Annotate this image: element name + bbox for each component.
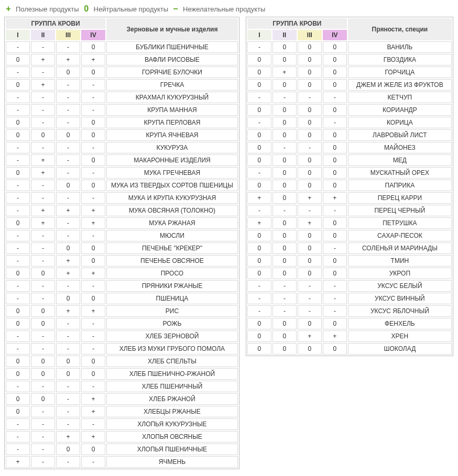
food-name: ХЛЕБ ИЗ МУКИ ГРУБОГО ПОМОЛА bbox=[106, 343, 238, 355]
value-cell: 0 bbox=[323, 217, 347, 229]
value-cell: - bbox=[81, 92, 105, 103]
header-col-I: I bbox=[247, 30, 271, 40]
food-name: ПЕРЕЦ ЧЕРНЫЙ bbox=[348, 205, 452, 216]
table-row: --00МУКА ИЗ ТВЕРДЫХ СОРТОВ ПШЕНИЦЫ bbox=[6, 180, 238, 191]
food-name: ХЛЕБ ПШЕНИЧНО-РЖАНОЙ bbox=[106, 368, 238, 380]
food-name: ПЕЧЕНЬЕ "КРЕКЕР" bbox=[106, 242, 238, 254]
food-name: МЕД bbox=[348, 154, 452, 166]
value-cell: - bbox=[31, 418, 55, 430]
value-cell: - bbox=[6, 205, 30, 216]
legend: + Полезные продукты 0 Нейтральные продук… bbox=[4, 4, 458, 14]
value-cell: - bbox=[6, 41, 30, 53]
table-row: 0000САХАР-ПЕСОК bbox=[247, 230, 452, 241]
value-cell: - bbox=[56, 167, 80, 179]
value-cell: 0 bbox=[272, 343, 297, 355]
table-row: -000МУСКАТНЫЙ ОРЕХ bbox=[247, 167, 452, 179]
value-cell: - bbox=[31, 92, 55, 103]
header-col-IV: IV bbox=[323, 30, 347, 40]
table-row: 0000ХЛЕБ ПШЕНИЧНО-РЖАНОЙ bbox=[6, 368, 238, 380]
value-cell: 0 bbox=[247, 129, 271, 141]
value-cell: - bbox=[323, 293, 347, 304]
food-name: МЮСЛИ bbox=[106, 230, 238, 241]
food-name: ДЖЕМ И ЖЕЛЕ ИЗ ФРУКТОВ bbox=[348, 79, 452, 91]
value-cell: 0 bbox=[298, 255, 322, 267]
value-cell: 0 bbox=[298, 167, 322, 179]
food-name: ХЛОПЬЯ ПШЕНИЧНЫЕ bbox=[106, 444, 238, 455]
value-cell: - bbox=[323, 242, 347, 254]
value-cell: + bbox=[81, 431, 105, 442]
value-cell: - bbox=[247, 293, 271, 304]
food-name: КОРИЦА bbox=[348, 117, 452, 128]
table-row: 000-СОЛЕНЬЯ И МАРИНАДЫ bbox=[247, 242, 452, 254]
food-name: ГОРЧИЦА bbox=[348, 67, 452, 78]
value-cell: - bbox=[56, 318, 80, 329]
value-cell: 0 bbox=[81, 242, 105, 254]
value-cell: 0 bbox=[81, 129, 105, 141]
table-row: 0000ХЛЕБ СПЕЛЬТЫ bbox=[6, 356, 238, 367]
value-cell: - bbox=[6, 242, 30, 254]
food-name: КЕТЧУП bbox=[348, 92, 452, 103]
value-cell: + bbox=[56, 54, 80, 65]
value-cell: 0 bbox=[298, 180, 322, 191]
legend-plus-label: Полезные продукты bbox=[16, 5, 79, 13]
value-cell: 0 bbox=[81, 180, 105, 191]
value-cell: 0 bbox=[323, 41, 347, 53]
value-cell: + bbox=[31, 205, 55, 216]
table-row: 0000КОРИАНДР bbox=[247, 104, 452, 116]
value-cell: - bbox=[247, 305, 271, 317]
value-cell: - bbox=[31, 293, 55, 304]
tables-container: ГРУППА КРОВИЗерновые и мучные изделияIII… bbox=[4, 17, 458, 469]
value-cell: 0 bbox=[6, 356, 30, 367]
table-row: --00ПЕЧЕНЬЕ "КРЕКЕР" bbox=[6, 242, 238, 254]
food-name: ХЛЕБЦЫ РЖАНЫЕ bbox=[106, 406, 238, 417]
value-cell: 0 bbox=[272, 318, 297, 329]
food-name: РИС bbox=[106, 305, 238, 317]
food-name: РОЖЬ bbox=[106, 318, 238, 329]
value-cell: - bbox=[31, 104, 55, 116]
value-cell: - bbox=[56, 217, 80, 229]
food-name: МАЙОНЕЗ bbox=[348, 142, 452, 153]
value-cell: - bbox=[323, 305, 347, 317]
value-cell: + bbox=[81, 305, 105, 317]
value-cell: + bbox=[56, 268, 80, 279]
value-cell: - bbox=[31, 444, 55, 455]
value-cell: - bbox=[6, 142, 30, 153]
value-cell: + bbox=[298, 192, 322, 204]
value-cell: 0 bbox=[56, 444, 80, 455]
value-cell: 0 bbox=[298, 318, 322, 329]
food-name: ВАНИЛЬ bbox=[348, 41, 452, 53]
value-cell: 0 bbox=[6, 406, 30, 417]
food-name: САХАР-ПЕСОК bbox=[348, 230, 452, 241]
table-row: ----ПЕРЕЦ ЧЕРНЫЙ bbox=[247, 205, 452, 216]
value-cell: - bbox=[298, 205, 322, 216]
food-name: ШОКОЛАД bbox=[348, 343, 452, 355]
value-cell: 0 bbox=[323, 79, 347, 91]
value-cell: + bbox=[81, 205, 105, 216]
value-cell: 0 bbox=[247, 230, 271, 241]
food-name: ХЛОПЬЯ ОВСЯНЫЕ bbox=[106, 431, 238, 442]
value-cell: 0 bbox=[298, 54, 322, 65]
table-row: 0000ФЕНХЕЛЬ bbox=[247, 318, 452, 329]
value-cell: - bbox=[298, 142, 322, 153]
value-cell: 0 bbox=[56, 242, 80, 254]
food-name: КУКУРУЗА bbox=[106, 142, 238, 153]
value-cell: - bbox=[81, 343, 105, 355]
table-row: ----ПРЯНИКИ РЖАНЫЕ bbox=[6, 280, 238, 292]
food-name: ПРОСО bbox=[106, 268, 238, 279]
table-row: 00-+ХЛЕБ РЖАНОЙ bbox=[6, 393, 238, 405]
value-cell: 0 bbox=[81, 255, 105, 267]
value-cell: 0 bbox=[272, 54, 297, 65]
value-cell: 0 bbox=[247, 67, 271, 78]
table-row: +---ЯЧМЕНЬ bbox=[6, 456, 238, 468]
food-name: ЛАВРОВЫЙ ЛИСТ bbox=[348, 129, 452, 141]
value-cell: 0 bbox=[272, 330, 297, 342]
value-cell: - bbox=[31, 381, 55, 392]
header-col-IV: IV bbox=[81, 30, 105, 40]
value-cell: 0 bbox=[56, 129, 80, 141]
value-cell: - bbox=[6, 330, 30, 342]
value-cell: 0 bbox=[81, 368, 105, 380]
value-cell: 0 bbox=[272, 268, 297, 279]
table-row: ----ХЛЕБ ПШЕНИЧНЫЙ bbox=[6, 381, 238, 392]
value-cell: - bbox=[323, 117, 347, 128]
table-row: +0+0ПЕТРУШКА bbox=[247, 217, 452, 229]
